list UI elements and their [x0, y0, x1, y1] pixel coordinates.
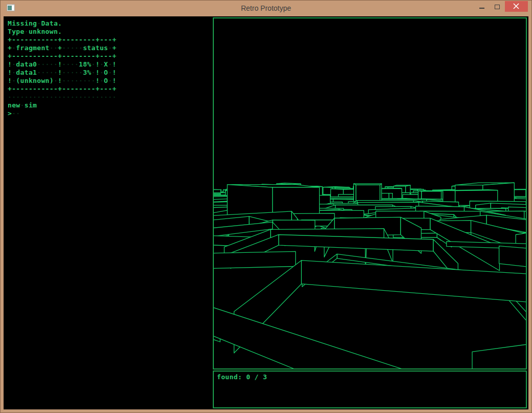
status-panel: found: 0 / 3: [213, 371, 527, 408]
found-counter: found: 0 / 3: [217, 373, 267, 381]
terminal-text: Missing Data. Type unknown. +-----------…: [8, 19, 117, 118]
close-button[interactable]: [505, 1, 528, 12]
window-title: Retro Prototype: [1, 1, 531, 15]
maximize-icon: [495, 5, 500, 9]
maximize-button[interactable]: [490, 1, 505, 12]
minimize-icon: [479, 8, 484, 9]
minimize-button[interactable]: [474, 1, 490, 12]
wireframe-viewport[interactable]: [213, 17, 527, 369]
client-area: · · · ·· ····· · · ····· ···· · · · · ··…: [4, 16, 528, 409]
titlebar[interactable]: Retro Prototype: [1, 1, 531, 16]
close-icon: [505, 1, 528, 12]
terminal-output: · · · ·· ····· · · ····· ···· · · · · ··…: [8, 19, 117, 118]
wireframe-scene-canvas: [214, 18, 526, 368]
app-window: Retro Prototype · · · ·· ····· · · ····: [0, 0, 532, 413]
